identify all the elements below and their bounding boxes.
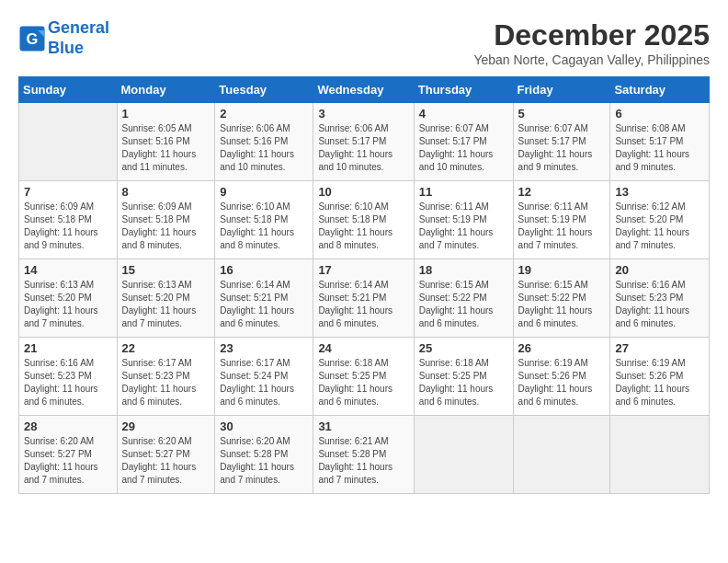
calendar-cell bbox=[414, 416, 513, 494]
day-info: Sunrise: 6:08 AMSunset: 5:17 PMDaylight:… bbox=[615, 122, 704, 174]
weekday-header: Wednesday bbox=[313, 77, 414, 103]
day-info: Sunrise: 6:12 AMSunset: 5:20 PMDaylight:… bbox=[615, 201, 704, 252]
day-info: Sunrise: 6:15 AMSunset: 5:22 PMDaylight:… bbox=[419, 279, 508, 330]
calendar-cell: 13Sunrise: 6:12 AMSunset: 5:20 PMDayligh… bbox=[610, 181, 710, 259]
calendar-cell: 28Sunrise: 6:20 AMSunset: 5:27 PMDayligh… bbox=[19, 416, 118, 494]
day-info: Sunrise: 6:19 AMSunset: 5:26 PMDaylight:… bbox=[518, 357, 606, 408]
day-number: 31 bbox=[318, 419, 408, 433]
day-info: Sunrise: 6:21 AMSunset: 5:28 PMDaylight:… bbox=[318, 435, 408, 487]
location-title: Yeban Norte, Cagayan Valley, Philippines bbox=[473, 52, 710, 67]
day-info: Sunrise: 6:11 AMSunset: 5:19 PMDaylight:… bbox=[419, 201, 508, 252]
day-info: Sunrise: 6:20 AMSunset: 5:28 PMDaylight:… bbox=[220, 435, 308, 487]
logo: G General Blue bbox=[18, 18, 109, 58]
header: G General Blue December 2025 Yeban Norte… bbox=[18, 18, 710, 67]
calendar-cell: 19Sunrise: 6:15 AMSunset: 5:22 PMDayligh… bbox=[513, 259, 610, 338]
day-number: 3 bbox=[318, 107, 408, 121]
day-info: Sunrise: 6:11 AMSunset: 5:19 PMDaylight:… bbox=[518, 201, 606, 252]
calendar-cell: 17Sunrise: 6:14 AMSunset: 5:21 PMDayligh… bbox=[313, 259, 414, 338]
calendar-cell: 7Sunrise: 6:09 AMSunset: 5:18 PMDaylight… bbox=[19, 181, 118, 259]
day-number: 6 bbox=[615, 107, 704, 121]
calendar-cell: 2Sunrise: 6:06 AMSunset: 5:16 PMDaylight… bbox=[215, 103, 313, 181]
svg-text:G: G bbox=[27, 30, 39, 47]
day-number: 20 bbox=[615, 263, 704, 277]
calendar-cell: 25Sunrise: 6:18 AMSunset: 5:25 PMDayligh… bbox=[414, 338, 513, 416]
calendar-cell: 31Sunrise: 6:21 AMSunset: 5:28 PMDayligh… bbox=[313, 416, 414, 494]
calendar-cell: 1Sunrise: 6:05 AMSunset: 5:16 PMDaylight… bbox=[117, 103, 215, 181]
weekday-header: Monday bbox=[117, 77, 215, 103]
day-number: 14 bbox=[24, 263, 112, 277]
day-info: Sunrise: 6:14 AMSunset: 5:21 PMDaylight:… bbox=[318, 279, 408, 330]
weekday-header: Friday bbox=[513, 77, 610, 103]
day-number: 24 bbox=[318, 341, 408, 355]
day-info: Sunrise: 6:13 AMSunset: 5:20 PMDaylight:… bbox=[24, 279, 112, 330]
day-number: 13 bbox=[615, 185, 704, 199]
calendar-cell: 22Sunrise: 6:17 AMSunset: 5:23 PMDayligh… bbox=[117, 338, 215, 416]
day-info: Sunrise: 6:10 AMSunset: 5:18 PMDaylight:… bbox=[220, 201, 308, 252]
day-info: Sunrise: 6:16 AMSunset: 5:23 PMDaylight:… bbox=[615, 279, 704, 330]
weekday-header: Sunday bbox=[19, 77, 118, 103]
day-number: 2 bbox=[220, 107, 308, 121]
title-section: December 2025 Yeban Norte, Cagayan Valle… bbox=[473, 18, 710, 67]
calendar-cell: 23Sunrise: 6:17 AMSunset: 5:24 PMDayligh… bbox=[215, 338, 313, 416]
calendar-cell: 21Sunrise: 6:16 AMSunset: 5:23 PMDayligh… bbox=[19, 338, 118, 416]
calendar-cell: 3Sunrise: 6:06 AMSunset: 5:17 PMDaylight… bbox=[313, 103, 414, 181]
day-info: Sunrise: 6:06 AMSunset: 5:16 PMDaylight:… bbox=[220, 122, 308, 174]
day-info: Sunrise: 6:05 AMSunset: 5:16 PMDaylight:… bbox=[122, 122, 210, 174]
calendar-cell: 27Sunrise: 6:19 AMSunset: 5:26 PMDayligh… bbox=[610, 338, 710, 416]
day-number: 12 bbox=[518, 185, 606, 199]
day-info: Sunrise: 6:20 AMSunset: 5:27 PMDaylight:… bbox=[122, 435, 210, 487]
logo-text: General Blue bbox=[48, 18, 109, 58]
day-number: 18 bbox=[419, 263, 508, 277]
calendar-cell: 5Sunrise: 6:07 AMSunset: 5:17 PMDaylight… bbox=[513, 103, 610, 181]
day-number: 7 bbox=[24, 185, 112, 199]
calendar-cell: 18Sunrise: 6:15 AMSunset: 5:22 PMDayligh… bbox=[414, 259, 513, 338]
calendar-cell bbox=[513, 416, 610, 494]
day-number: 29 bbox=[122, 419, 210, 433]
day-number: 26 bbox=[518, 341, 606, 355]
day-number: 17 bbox=[318, 263, 408, 277]
calendar-cell bbox=[610, 416, 710, 494]
calendar-cell: 29Sunrise: 6:20 AMSunset: 5:27 PMDayligh… bbox=[117, 416, 215, 494]
day-number: 28 bbox=[24, 419, 112, 433]
day-info: Sunrise: 6:17 AMSunset: 5:23 PMDaylight:… bbox=[122, 357, 210, 408]
day-info: Sunrise: 6:18 AMSunset: 5:25 PMDaylight:… bbox=[419, 357, 508, 408]
day-number: 27 bbox=[615, 341, 704, 355]
calendar-cell: 15Sunrise: 6:13 AMSunset: 5:20 PMDayligh… bbox=[117, 259, 215, 338]
calendar-week-row: 21Sunrise: 6:16 AMSunset: 5:23 PMDayligh… bbox=[19, 338, 710, 416]
calendar-cell: 9Sunrise: 6:10 AMSunset: 5:18 PMDaylight… bbox=[215, 181, 313, 259]
calendar-week-row: 28Sunrise: 6:20 AMSunset: 5:27 PMDayligh… bbox=[19, 416, 710, 494]
day-info: Sunrise: 6:09 AMSunset: 5:18 PMDaylight:… bbox=[122, 201, 210, 252]
day-number: 21 bbox=[24, 341, 112, 355]
calendar-cell: 14Sunrise: 6:13 AMSunset: 5:20 PMDayligh… bbox=[19, 259, 118, 338]
day-info: Sunrise: 6:13 AMSunset: 5:20 PMDaylight:… bbox=[122, 279, 210, 330]
calendar-cell: 10Sunrise: 6:10 AMSunset: 5:18 PMDayligh… bbox=[313, 181, 414, 259]
weekday-header: Thursday bbox=[414, 77, 513, 103]
calendar-cell: 20Sunrise: 6:16 AMSunset: 5:23 PMDayligh… bbox=[610, 259, 710, 338]
day-number: 5 bbox=[518, 107, 606, 121]
calendar-table: SundayMondayTuesdayWednesdayThursdayFrid… bbox=[18, 76, 710, 494]
day-number: 16 bbox=[220, 263, 308, 277]
day-number: 23 bbox=[220, 341, 308, 355]
day-number: 10 bbox=[318, 185, 408, 199]
day-info: Sunrise: 6:18 AMSunset: 5:25 PMDaylight:… bbox=[318, 357, 408, 408]
day-info: Sunrise: 6:15 AMSunset: 5:22 PMDaylight:… bbox=[518, 279, 606, 330]
day-number: 19 bbox=[518, 263, 606, 277]
calendar-week-row: 7Sunrise: 6:09 AMSunset: 5:18 PMDaylight… bbox=[19, 181, 710, 259]
day-info: Sunrise: 6:20 AMSunset: 5:27 PMDaylight:… bbox=[24, 435, 112, 487]
calendar-week-row: 1Sunrise: 6:05 AMSunset: 5:16 PMDaylight… bbox=[19, 103, 710, 181]
month-title: December 2025 bbox=[473, 18, 710, 52]
day-info: Sunrise: 6:09 AMSunset: 5:18 PMDaylight:… bbox=[24, 201, 112, 252]
calendar-week-row: 14Sunrise: 6:13 AMSunset: 5:20 PMDayligh… bbox=[19, 259, 710, 338]
weekday-header: Tuesday bbox=[215, 77, 313, 103]
calendar-cell: 30Sunrise: 6:20 AMSunset: 5:28 PMDayligh… bbox=[215, 416, 313, 494]
day-info: Sunrise: 6:14 AMSunset: 5:21 PMDaylight:… bbox=[220, 279, 308, 330]
day-number: 9 bbox=[220, 185, 308, 199]
day-info: Sunrise: 6:19 AMSunset: 5:26 PMDaylight:… bbox=[615, 357, 704, 408]
day-number: 30 bbox=[220, 419, 308, 433]
day-number: 8 bbox=[122, 185, 210, 199]
day-info: Sunrise: 6:16 AMSunset: 5:23 PMDaylight:… bbox=[24, 357, 112, 408]
day-number: 15 bbox=[122, 263, 210, 277]
weekday-header: Saturday bbox=[610, 77, 710, 103]
calendar-cell: 4Sunrise: 6:07 AMSunset: 5:17 PMDaylight… bbox=[414, 103, 513, 181]
day-info: Sunrise: 6:07 AMSunset: 5:17 PMDaylight:… bbox=[419, 122, 508, 174]
